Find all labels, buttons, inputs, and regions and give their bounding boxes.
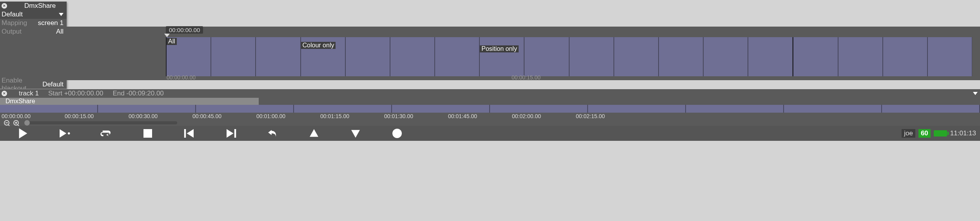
clip-segment[interactable] [838,37,883,76]
lane-segment[interactable] [0,105,98,113]
timeline-lane[interactable] [0,105,980,113]
clip-segment[interactable] [390,37,435,76]
output-value: All [56,28,64,36]
mapping-row[interactable]: Mapping screen 1 [0,19,67,27]
ruler-tick: 00:01:00.00 [256,113,285,119]
svg-marker-1 [60,129,66,137]
up-button[interactable] [308,128,320,139]
lane-header-bg [259,98,980,105]
clip-segment[interactable] [793,37,838,76]
output-row[interactable]: Output All [0,27,67,36]
clip-segment[interactable] [703,37,748,76]
play-button[interactable] [17,128,29,139]
prev-button[interactable] [183,128,195,139]
status-area: joe 60 11:01:13 [902,126,976,141]
zoom-slider[interactable] [24,121,177,124]
lane-segment[interactable] [686,105,784,113]
svg-marker-0 [19,128,27,138]
panel-title-text: DmxShare [24,2,56,10]
svg-point-10 [392,129,402,138]
output-label: Output [2,28,22,36]
playhead-marker-icon[interactable] [164,34,170,37]
clip-segment[interactable] [883,37,927,76]
close-icon[interactable] [2,3,7,9]
time-ruler[interactable]: 00:00:00.0000:00:15.0000:00:30.0000:00:4… [0,113,980,120]
svg-rect-4 [184,129,186,138]
transport-bar: joe 60 11:01:13 [0,126,980,141]
close-icon[interactable] [2,91,7,96]
preset-value: Default [2,11,23,18]
zoom-thumb[interactable] [24,120,30,126]
status-user: joe [902,129,915,138]
svg-marker-6 [227,129,234,138]
zoom-row [0,120,980,126]
ruler-tick: 00:01:30.00 [384,113,413,119]
ruler-tick: 00:01:45.00 [448,113,477,119]
ruler-tick: 00:01:15.00 [320,113,349,119]
clip-segment[interactable] [927,37,972,76]
record-button[interactable] [391,128,403,139]
clip-strip[interactable]: 00:00:00.00 All Colour only Position onl… [67,27,980,80]
svg-point-2 [68,132,70,135]
chevron-down-icon[interactable] [973,92,978,95]
play-section-button[interactable] [59,128,71,139]
panel-titlebar[interactable]: DmxShare [0,2,67,10]
loop-button[interactable] [100,128,112,139]
ruler-tick: 00:00:00.00 [2,113,31,119]
clip-segment[interactable]: Colour only [301,37,345,76]
clip-segment[interactable] [345,37,390,76]
blackout-value: Default [42,81,64,88]
zoom-in-icon[interactable] [13,120,19,126]
track-end: End -00:09:20.00 [113,90,163,97]
preset-dropdown[interactable]: Default [0,10,67,19]
clip-segment[interactable] [569,37,614,76]
mapping-value: screen 1 [38,19,64,27]
status-clock: 11:01:13 [950,129,976,137]
track-start: Start +00:00:00.00 [48,90,103,97]
svg-marker-5 [187,129,194,138]
blackout-row[interactable]: Enable blackout Default [0,80,67,89]
ruler-tick: 00:00:30.00 [129,113,158,119]
zoom-out-icon[interactable] [4,120,9,126]
track-header[interactable]: track 1 Start +00:00:00.00 End -00:09:20… [0,89,980,98]
lane-segment[interactable] [588,105,686,113]
mapping-label: Mapping [2,19,27,27]
svg-marker-8 [310,129,318,137]
clip-segment[interactable]: Position only [479,37,524,76]
clip-segment[interactable] [256,37,300,76]
stop-button[interactable] [142,128,154,139]
lane-header[interactable]: DmxShare [0,98,259,105]
lane-segment[interactable] [294,105,392,113]
lane-segment[interactable] [784,105,882,113]
lane-segment[interactable] [490,105,588,113]
ruler-tick: 00:00:45.00 [192,113,221,119]
svg-rect-3 [143,129,152,138]
lane-segment[interactable] [196,105,294,113]
clip-segment[interactable] [524,37,569,76]
clip-label-colour: Colour only [301,42,336,49]
clip-segment[interactable] [211,37,256,76]
lane-segment[interactable] [392,105,490,113]
down-button[interactable] [350,128,361,139]
track-name: track 1 [19,90,39,97]
clip-area[interactable]: All Colour only Position only [166,37,972,76]
next-button[interactable] [225,128,237,139]
battery-icon [934,130,947,137]
lane-name: DmxShare [5,98,35,105]
svg-rect-7 [234,129,236,138]
clip-segment[interactable] [614,37,659,76]
clip-segment[interactable] [435,37,479,76]
lane-segment[interactable] [882,105,980,113]
chevron-down-icon [59,13,64,16]
ruler-tick: 00:00:15.00 [65,113,94,119]
clip-segment[interactable]: All [166,37,211,76]
clip-time-start: 00:00:00.00 [167,74,196,81]
svg-marker-9 [351,130,360,138]
clip-label-all: All [167,38,177,45]
undo-button[interactable] [267,128,278,139]
lane-segment[interactable] [98,105,196,113]
clip-segment[interactable] [748,37,793,76]
clip-label-position: Position only [480,45,519,52]
clip-time-15: 00:00:15.00 [512,74,541,81]
clip-segment[interactable] [659,37,703,76]
